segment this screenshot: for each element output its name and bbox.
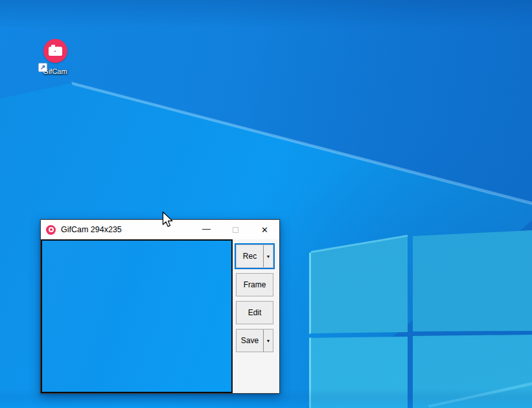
app-icon (46, 225, 56, 235)
title-bar[interactable]: GifCam 294x235 — ✕ (41, 220, 279, 239)
capture-area (41, 239, 233, 393)
maximize-button (221, 220, 250, 239)
frame-button-label: Frame (244, 280, 266, 289)
edit-button[interactable]: Edit (236, 301, 273, 324)
button-panel: Rec ▼ Frame Edit Save ▼ (233, 239, 279, 393)
camera-body (49, 47, 62, 56)
maximize-icon (233, 227, 238, 233)
close-button[interactable]: ✕ (250, 220, 279, 239)
minimize-icon: — (202, 224, 211, 234)
close-icon: ✕ (261, 225, 268, 235)
chevron-down-icon[interactable]: ▼ (264, 254, 273, 259)
desktop: ↗ GifCam GifCam 294x235 — ✕ Rec (0, 0, 532, 408)
gifcam-window: GifCam 294x235 — ✕ Rec ▼ (40, 219, 280, 394)
gifcam-desktop-shortcut[interactable]: ↗ GifCam (32, 39, 78, 75)
camera-lens (53, 49, 57, 53)
rec-button-label: Rec (237, 252, 263, 261)
save-button-label: Save (237, 336, 263, 345)
shortcut-arrow-icon: ↗ (38, 63, 47, 72)
frame-button[interactable]: Frame (236, 273, 273, 296)
save-button[interactable]: Save ▼ (236, 329, 273, 352)
mouse-cursor-icon (162, 211, 174, 228)
gifcam-camera-icon (43, 39, 67, 63)
rec-button-focus-ring: Rec ▼ (235, 243, 275, 269)
window-body: Rec ▼ Frame Edit Save ▼ (41, 239, 279, 393)
edit-button-label: Edit (248, 308, 262, 317)
minimize-button[interactable]: — (192, 220, 221, 239)
chevron-down-icon[interactable]: ▼ (264, 339, 273, 343)
window-title: GifCam 294x235 (61, 225, 122, 234)
rec-button[interactable]: Rec ▼ (236, 245, 273, 268)
